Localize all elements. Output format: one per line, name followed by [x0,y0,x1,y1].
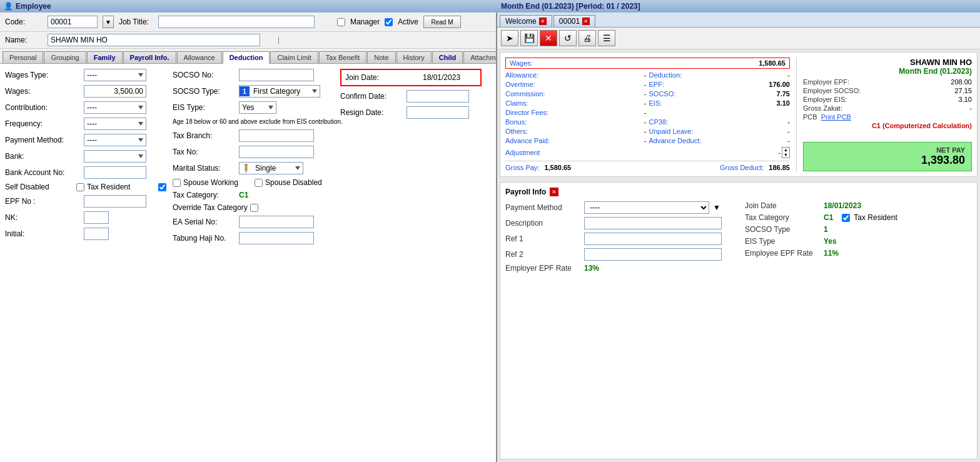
deduction-value: - [787,71,790,79]
print-pcb-link[interactable]: Print PCB [821,113,851,121]
read-button[interactable]: Read M [423,16,461,28]
socso-no-label: SOCSO No: [173,71,235,79]
right-tab-welcome-label: Welcome [505,17,537,26]
unpaid-leave-value: - [787,128,790,135]
bank-select[interactable] [84,150,146,163]
pi-employee-epf-rate-label: Employee EPF Rate [745,249,820,258]
payroll-info-close[interactable]: ✕ [550,188,558,196]
pi-ref1-input[interactable] [584,233,722,245]
tab-claim-limit[interactable]: Claim Limit [270,51,318,63]
override-tax-checkbox[interactable] [250,204,258,212]
deduction-label-s: Deduction: [649,71,682,79]
tab-note[interactable]: Note [367,51,395,63]
pcb-label: PCB [803,113,817,121]
tab-family[interactable]: Family [87,51,123,63]
confirm-date-input[interactable] [407,90,469,103]
pi-tax-resident-checkbox[interactable] [842,214,850,222]
payment-method-select[interactable]: ---- [84,134,146,146]
pi-tax-resident-label: Tax Resident [854,213,897,222]
save-button[interactable]: 💾 [520,30,538,46]
frequency-select[interactable]: ---- [84,118,146,130]
job-title-label: Job Title: [119,18,153,26]
pi-join-date-value: 18/01/2023 [824,201,861,210]
tab-child[interactable]: Child [432,51,463,63]
tax-category-label: Tax Category: [173,191,235,199]
marital-icon: 🧍 [240,164,253,173]
spouse-working-label: Spouse Working [183,178,252,187]
pi-socso-type-label: SOCSO Type [745,225,820,234]
right-tab-employee-close[interactable]: ✕ [582,18,590,25]
eis-type-label: EIS Type: [173,103,235,112]
delete-button[interactable]: ✕ [540,30,557,46]
payroll-info-header: Payroll Info ✕ [505,188,972,196]
wages-type-select[interactable]: ---- [84,69,146,81]
tax-no-input[interactable] [239,146,314,158]
employee-name-display: SHAWN MIN HO [803,58,972,67]
frequency-label: Frequency: [5,119,80,128]
code-label: Code: [5,18,43,26]
employer-socso-label: Employer SOCSO: [803,87,861,94]
menu-button[interactable]: ☰ [598,30,615,46]
wages-summary-value: 1,580.65 [759,59,786,67]
adjustment-value: - [778,149,780,156]
right-tab-welcome-close[interactable]: ✕ [539,18,547,25]
tab-allowance[interactable]: Allowance [177,51,222,63]
marital-status-select[interactable]: Single [253,163,303,174]
initial-input[interactable] [84,228,109,240]
tab-payroll-info[interactable]: Payroll Info. [123,51,176,63]
pi-eis-type-value: Yes [824,237,837,246]
pi-employer-epf-rate-label: Employer EPF Rate [505,264,580,273]
nav-button[interactable]: ➤ [501,30,518,46]
wages-label: Wages: [5,87,80,96]
tax-resident-checkbox[interactable] [158,183,166,191]
pi-ref1-label: Ref 1 [505,234,580,243]
confirm-date-label: Confirm Date: [340,92,403,101]
refresh-button[interactable]: ↺ [559,30,577,46]
bonus-label: Bonus: [505,118,527,126]
pi-eis-type-label: EIS Type [745,237,820,246]
job-title-input[interactable] [158,16,315,28]
bank-account-input[interactable] [84,166,146,179]
right-tab-employee[interactable]: 00001 ✕ [553,15,595,27]
epf-no-input[interactable] [84,195,146,208]
contribution-select[interactable]: ---- [84,101,146,114]
epf-no-label: EPF No : [5,197,80,206]
pi-payment-method-label: Payment Method [505,203,580,212]
name-input[interactable] [48,34,260,46]
socso-no-input[interactable] [239,69,314,81]
tab-tax-benefit[interactable]: Tax Benefit [319,51,366,63]
tab-deduction[interactable]: Deduction [223,51,270,64]
adjustment-spinner[interactable]: ▲ ▼ [782,147,790,158]
code-dropdown[interactable]: ▼ [103,16,114,28]
code-input[interactable] [48,16,98,28]
eis-type-select[interactable]: Yes [239,101,276,114]
tax-branch-input[interactable] [239,129,314,142]
tab-grouping[interactable]: Grouping [44,51,86,63]
pi-ref2-input[interactable] [584,248,722,261]
commission-value: - [644,90,647,98]
socso-type-select[interactable]: First Category [251,86,320,97]
resign-date-input[interactable] [407,106,469,119]
nk-input[interactable] [84,211,109,224]
tab-attachments[interactable]: Attachments [463,51,497,63]
join-date-box: Join Date: [340,69,482,86]
active-checkbox[interactable] [385,18,393,26]
spouse-disabled-checkbox[interactable] [255,179,263,187]
pi-join-date-label: Join Date [745,201,820,210]
tab-personal[interactable]: Personal [3,51,43,63]
join-date-input[interactable] [420,71,477,84]
ea-serial-input[interactable] [239,216,314,228]
marital-status-label: Marital Status: [173,164,235,173]
spouse-working-checkbox[interactable] [173,179,181,187]
manager-checkbox[interactable] [337,18,345,26]
tabung-haji-input[interactable] [239,232,314,244]
pi-description-input[interactable] [584,217,722,229]
net-pay-value: 1,393.80 [810,154,965,167]
cp38-label: CP38: [649,118,669,126]
print-button[interactable]: 🖨 [578,30,596,46]
wages-input[interactable] [84,85,146,98]
right-tab-welcome[interactable]: Welcome ✕ [500,15,552,27]
pi-payment-method-select[interactable]: ---- [584,201,709,214]
self-disabled-checkbox[interactable] [76,183,84,191]
tab-history[interactable]: History [397,51,432,63]
